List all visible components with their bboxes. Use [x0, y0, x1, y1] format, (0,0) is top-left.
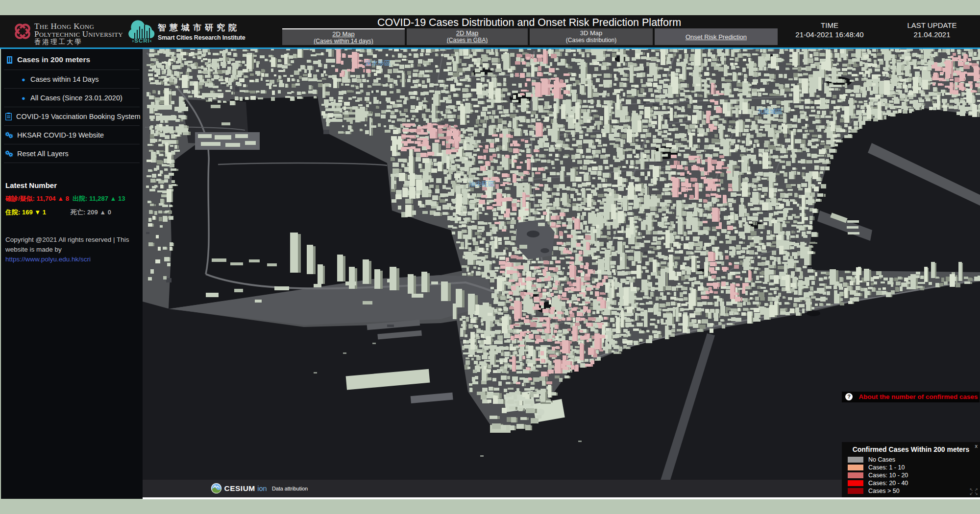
svg-text:九龍城區: 九龍城區 [757, 108, 783, 115]
svg-text:油尖旺區: 油尖旺區 [469, 180, 494, 187]
svg-text:Cases > 50: Cases > 50 [868, 488, 900, 494]
svg-text:深水埗區: 深水埗區 [365, 59, 391, 67]
svg-text:Cases: 20 - 40: Cases: 20 - 40 [868, 480, 908, 487]
svg-text:›SCRI‹: ›SCRI‹ [132, 38, 152, 43]
svg-text:Cases: 10 - 20: Cases: 10 - 20 [868, 472, 908, 479]
svg-text:No Cases: No Cases [868, 456, 895, 463]
svg-text:Cases: 1 - 10: Cases: 1 - 10 [868, 464, 905, 471]
